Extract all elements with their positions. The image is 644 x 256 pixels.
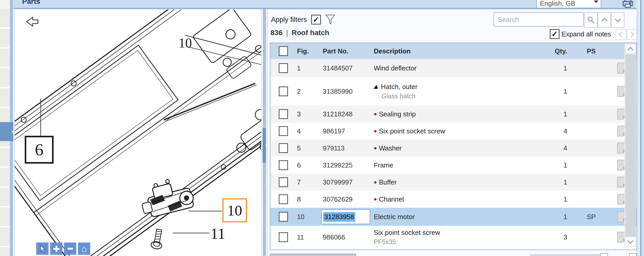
scrollbar-thumb[interactable]: [625, 54, 636, 238]
chevron-down-icon: [627, 238, 633, 244]
diagram-zoom-toolbar: ⌂: [36, 243, 90, 255]
scroll-up-button[interactable]: [625, 44, 635, 54]
part-number-input[interactable]: 31283958: [321, 209, 370, 224]
row-select-cell: [270, 123, 295, 140]
zoom-in-button[interactable]: [50, 243, 62, 255]
home-icon: ⌂: [81, 244, 87, 253]
select-all-checkbox[interactable]: [279, 46, 288, 56]
part-no-cell: 986197: [321, 123, 371, 140]
zoom-home-button[interactable]: ⌂: [78, 243, 90, 255]
ps-cell: [575, 59, 607, 77]
zoom-out-button[interactable]: [64, 243, 76, 255]
section-separator: |: [286, 29, 288, 37]
print-button[interactable]: [622, 0, 633, 8]
minus-icon: [67, 248, 73, 250]
qty-cell: 1: [543, 106, 575, 123]
electric-motor-drawing: [138, 174, 196, 219]
table-header-row: Fig. Part No. Description Qty. PS: [270, 43, 637, 59]
section-code: 836: [270, 29, 283, 37]
page-next-button[interactable]: [626, 29, 637, 40]
bottom-button-partial[interactable]: [270, 254, 356, 256]
fig-cell: 10: [295, 208, 321, 226]
checkmark-icon: ✓: [313, 16, 319, 23]
row-checkbox[interactable]: [279, 63, 288, 73]
bullet-icon: •: [374, 181, 377, 183]
bottom-checkbox-partial[interactable]: [629, 253, 637, 256]
row-checkbox[interactable]: [279, 160, 288, 170]
description-cell: Frame: [371, 157, 543, 174]
row-checkbox[interactable]: [279, 177, 288, 187]
col-header-ps: PS: [575, 47, 607, 55]
fig-cell: 1: [295, 59, 321, 77]
bottom-label-partial: [530, 254, 602, 256]
expand-all-notes-checkbox[interactable]: ✓: [550, 29, 560, 39]
bullet-icon: •: [374, 147, 377, 149]
page-right-edge: [641, 0, 644, 256]
table-row[interactable]: 631299225Frame1: [270, 157, 637, 174]
row-checkbox[interactable]: [279, 232, 288, 242]
row-checkbox[interactable]: [279, 212, 288, 222]
fig-cell: 3: [295, 106, 321, 123]
diagram-callout-top: 10: [179, 35, 192, 51]
table-row[interactable]: 1031283958Electric motor1SP: [270, 208, 637, 226]
table-row[interactable]: 5979113•Washer4: [270, 140, 637, 157]
description-cell: Hatch, outerGlass hatch: [371, 77, 543, 106]
row-select-cell: [270, 174, 295, 191]
back-arrow-icon[interactable]: [25, 16, 39, 28]
search-input[interactable]: Search: [494, 12, 584, 27]
left-splitter-handle[interactable]: [0, 122, 13, 141]
page-prev-button[interactable]: [616, 29, 626, 40]
table-row[interactable]: 730799997•Buffer1: [270, 174, 637, 191]
ps-cell: SP: [575, 208, 607, 226]
description-text: Hatch, outer: [381, 83, 418, 91]
diagram-callout-screw[interactable]: 11: [210, 225, 225, 243]
row-checkbox[interactable]: [279, 109, 288, 119]
table-row[interactable]: 11986066Six point socket screwPF5x353: [270, 226, 637, 249]
table-row[interactable]: 331218248•Sealing strip1: [270, 106, 637, 123]
search-prev-button[interactable]: [598, 12, 611, 28]
apply-filters-checkbox[interactable]: ✓: [311, 15, 321, 25]
language-select[interactable]: English, GB: [536, 0, 601, 8]
table-row[interactable]: 4986197•Six point socket screw4: [270, 123, 637, 140]
ps-cell: [575, 226, 607, 249]
fig-cell: 7: [295, 174, 321, 191]
diagram-panel: 10 6 10 11 ⌂: [14, 9, 261, 256]
chevron-up-icon: [627, 47, 633, 53]
description-text: Buffer: [379, 178, 397, 186]
left-rail-top: [0, 0, 10, 9]
description-text: Electric motor: [374, 213, 415, 221]
search-button[interactable]: [584, 12, 598, 28]
row-checkbox[interactable]: [279, 143, 288, 153]
chevron-down-icon: [594, 1, 598, 3]
description-cell: •Channel: [371, 191, 543, 208]
row-checkbox[interactable]: [279, 194, 288, 204]
row-select-cell: [270, 77, 295, 106]
table-scrollbar[interactable]: [624, 44, 636, 248]
table-row[interactable]: 231385990Hatch, outerGlass hatch1: [270, 77, 637, 106]
qty-cell: 1: [543, 59, 575, 77]
row-checkbox[interactable]: [279, 86, 288, 96]
diagram-callout-motor-selected[interactable]: 10: [222, 198, 247, 222]
bottom-checkbox-partial[interactable]: [600, 253, 608, 256]
pointer-tool-button[interactable]: [36, 243, 48, 255]
parts-list-panel: Apply filters ✓ 836|Roof hatch Search ✓ …: [267, 9, 637, 256]
qty-cell: 4: [543, 140, 575, 157]
row-select-cell: [270, 208, 295, 226]
row-select-cell: [270, 191, 295, 208]
col-header-part-no: Part No.: [321, 47, 371, 55]
bullet-icon: •: [374, 113, 377, 115]
filter-funnel-icon[interactable]: [325, 14, 335, 25]
section-heading: 836|Roof hatch: [270, 29, 329, 37]
qty-cell: 1: [543, 77, 575, 106]
middle-splitter-handle[interactable]: [262, 128, 266, 163]
table-body: 131484507Wind deflector1231385990Hatch, …: [270, 59, 637, 249]
row-select-cell: [270, 140, 295, 157]
selected-text: 31283958: [323, 212, 355, 222]
row-checkbox[interactable]: [279, 126, 288, 136]
search-next-button[interactable]: [611, 12, 624, 28]
scroll-down-button[interactable]: [625, 237, 635, 246]
table-row[interactable]: 131484507Wind deflector1: [270, 59, 637, 77]
table-row[interactable]: 830762629•Channel1: [270, 191, 637, 208]
description-cell: •Six point socket screw: [371, 123, 543, 140]
diagram-callout-frame[interactable]: 6: [25, 136, 54, 164]
